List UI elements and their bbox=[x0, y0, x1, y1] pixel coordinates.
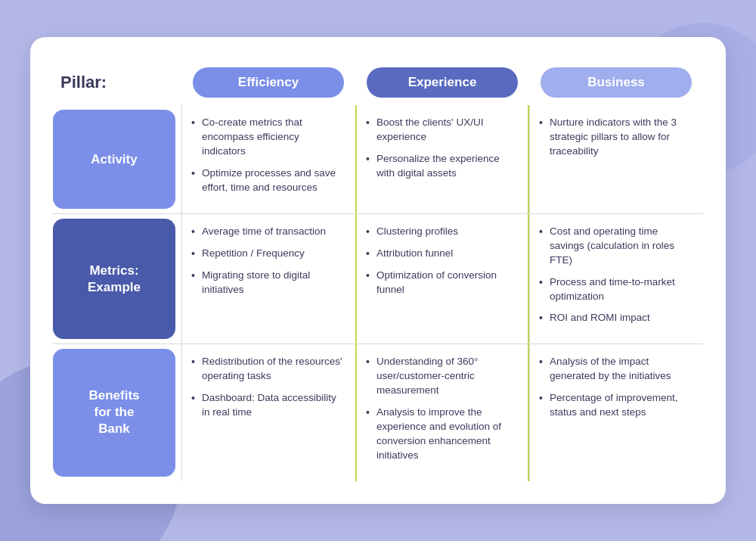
list-item: Optimize processes and save effort, time… bbox=[190, 166, 345, 195]
activity-business-cell: Nurture indicators with the 3 strategic … bbox=[529, 105, 703, 213]
metrics-label-text: Metrics:Example bbox=[88, 263, 141, 296]
benefits-business-list: Analysis of the impact generated by the … bbox=[538, 355, 692, 420]
list-item: Migrating store to digital initiatives bbox=[190, 269, 345, 297]
list-item: Redistribution of the resources' operati… bbox=[190, 355, 345, 384]
activity-business-list: Nurture indicators with the 3 strategic … bbox=[538, 116, 692, 159]
list-item: Percentage of improvement, status and ne… bbox=[538, 391, 692, 420]
list-item: Cost and operating time savings (calcula… bbox=[538, 225, 692, 268]
benefits-label-text: Benefitsfor theBank bbox=[88, 387, 139, 437]
activity-experience-cell: Boost the clients' UX/UI experience Pers… bbox=[355, 105, 529, 213]
benefits-efficiency-cell: Redistribution of the resources' operati… bbox=[181, 344, 355, 480]
benefits-experience-list: Understanding of 360° user/customer-cent… bbox=[364, 355, 517, 462]
table-grid: Pillar: Efficiency Experience Business A… bbox=[53, 60, 703, 480]
metrics-efficiency-cell: Average time of transaction Repetition /… bbox=[181, 214, 355, 344]
activity-efficiency-cell: Co-create metrics that encompass efficie… bbox=[181, 105, 355, 213]
benefits-label: Benefitsfor theBank bbox=[53, 349, 175, 476]
main-card: Pillar: Efficiency Experience Business A… bbox=[30, 37, 726, 503]
activity-label: Activity bbox=[53, 110, 175, 208]
pillar-heading: Pillar: bbox=[60, 73, 107, 92]
benefits-efficiency-list: Redistribution of the resources' operati… bbox=[190, 355, 345, 420]
list-item: Dashboard: Data accessibility in real ti… bbox=[190, 391, 345, 420]
metrics-label: Metrics:Example bbox=[53, 219, 175, 339]
experience-header-cell: Experience bbox=[355, 60, 529, 105]
list-item: Average time of transaction bbox=[190, 225, 345, 239]
activity-efficiency-list: Co-create metrics that encompass efficie… bbox=[190, 116, 345, 194]
list-item: Clustering profiles bbox=[364, 225, 517, 239]
efficiency-header-cell: Efficiency bbox=[181, 60, 355, 105]
business-pill: Business bbox=[541, 67, 692, 98]
list-item: Repetition / Frequency bbox=[190, 247, 345, 261]
list-item: Analysis to improve the experience and e… bbox=[364, 406, 517, 463]
activity-label-text: Activity bbox=[91, 151, 137, 168]
metrics-experience-list: Clustering profiles Attribution funnel O… bbox=[364, 225, 517, 297]
list-item: Nurture indicators with the 3 strategic … bbox=[538, 116, 692, 159]
pillar-label-cell: Pillar: bbox=[53, 60, 181, 105]
list-item: ROI and ROMI impact bbox=[538, 311, 692, 325]
list-item: Personalize the experience with digital … bbox=[364, 152, 517, 181]
list-item: Analysis of the impact generated by the … bbox=[538, 355, 692, 384]
metrics-experience-cell: Clustering profiles Attribution funnel O… bbox=[355, 214, 529, 344]
benefits-experience-cell: Understanding of 360° user/customer-cent… bbox=[355, 344, 529, 480]
list-item: Process and time-to-market optimization bbox=[538, 275, 692, 304]
list-item: Attribution funnel bbox=[364, 247, 517, 261]
metrics-business-cell: Cost and operating time savings (calcula… bbox=[529, 214, 703, 344]
business-header-cell: Business bbox=[529, 60, 703, 105]
list-item: Boost the clients' UX/UI experience bbox=[364, 116, 517, 145]
list-item: Co-create metrics that encompass efficie… bbox=[190, 116, 345, 159]
experience-pill: Experience bbox=[367, 67, 518, 98]
metrics-efficiency-list: Average time of transaction Repetition /… bbox=[190, 225, 345, 297]
efficiency-pill: Efficiency bbox=[193, 67, 344, 98]
benefits-business-cell: Analysis of the impact generated by the … bbox=[529, 344, 703, 480]
list-item: Understanding of 360° user/customer-cent… bbox=[364, 355, 517, 398]
list-item: Optimization of conversion funnel bbox=[364, 269, 517, 297]
activity-experience-list: Boost the clients' UX/UI experience Pers… bbox=[364, 116, 517, 181]
metrics-business-list: Cost and operating time savings (calcula… bbox=[538, 225, 692, 325]
